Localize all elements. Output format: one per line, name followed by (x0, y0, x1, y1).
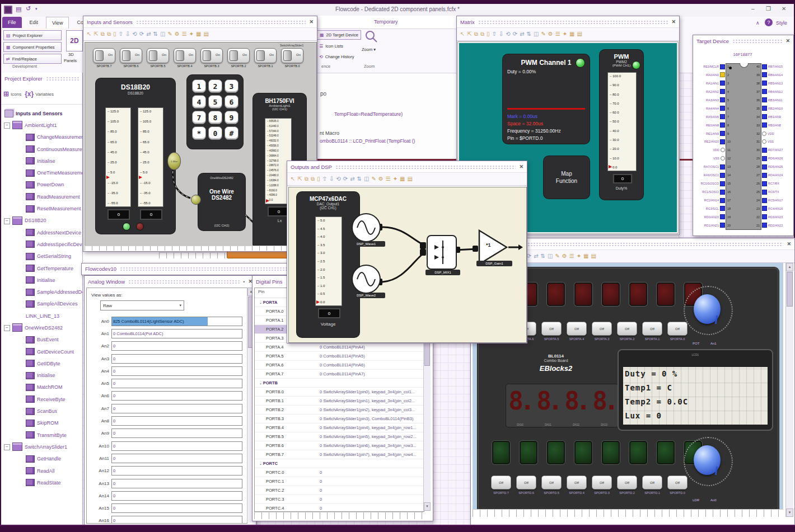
chip-pin[interactable]: RB1/AN934 (752, 115, 791, 119)
chip-pin[interactable]: VSS12 (695, 156, 735, 161)
analog-value-field[interactable]: 0 (111, 341, 242, 351)
toolbar-icon[interactable]: ⧉ (101, 31, 105, 37)
tree-item[interactable]: −OneWireDS2482 (1, 322, 82, 333)
tree-item[interactable]: −OneTimeMeasurement (1, 167, 82, 178)
toolbar-icon[interactable]: ⇧ (492, 31, 497, 37)
style-button[interactable]: Style (776, 20, 787, 26)
matrix-panel-titlebar[interactable]: Matrix ✕ (457, 16, 679, 27)
port-switch[interactable]: OffSPORTD.0 (667, 475, 688, 495)
tree-item[interactable]: −ContinuousMeasurement (1, 143, 82, 155)
toolbar-icon[interactable]: ▤ (577, 31, 582, 37)
digital-pin-row[interactable]: PORTB.30 SwitchArraySlider1(pin3), Combo… (255, 415, 424, 423)
analog-value-field[interactable]: 0 (111, 416, 242, 426)
target-device-titlebar[interactable]: Target Device ✕ (693, 35, 793, 46)
board-hscrollbar[interactable] (473, 509, 783, 517)
ldr-knob[interactable] (684, 437, 733, 486)
port-switch[interactable]: OffSPORTA.4 (567, 322, 587, 341)
tree-item[interactable]: −ScanBus (1, 405, 82, 417)
outputs-panel-titlebar[interactable]: Outputs and DSP ✕ (287, 161, 527, 172)
chip-pin[interactable]: RB4/AN1237 (752, 90, 791, 94)
toolbar-icon[interactable]: ⟳ (139, 31, 144, 37)
chip-pin[interactable]: VDD11 (695, 148, 735, 152)
chip-pin[interactable]: RB7/AN1540 (752, 64, 791, 69)
chip-pin[interactable]: RD2/AN2221 (752, 223, 791, 228)
toolbar-icon[interactable]: ⧉ (480, 31, 484, 37)
view-values-dropdown[interactable]: Raw ▾ (100, 300, 184, 310)
digital-pin-row[interactable]: PORTB.20 SwitchArraySlider1(pin2), keypa… (255, 406, 424, 415)
digital-pin-row[interactable]: PORTC.00 (255, 468, 424, 477)
chip-pin[interactable]: RD6/AN2629 (752, 156, 791, 161)
ribbon-button[interactable]: ⇄Find/Replace (3, 54, 62, 64)
chip-pin[interactable]: RD5/AN2528 (752, 164, 791, 169)
chip-pin[interactable]: RE2/AN1010 (695, 139, 735, 144)
toolbar-icon[interactable]: ◫ (364, 176, 369, 182)
ribbon-button[interactable]: ▤Project Explorer (3, 30, 62, 40)
toolbar-icon[interactable]: ✦ (189, 31, 194, 37)
close-icon[interactable]: ✕ (519, 164, 523, 170)
chip-pin[interactable]: RC3/SCL18 (695, 206, 735, 211)
chip-pin[interactable]: RD3/AN2322 (752, 215, 791, 219)
map-function-block[interactable]: Map Function (544, 156, 590, 199)
pwm-channel-block[interactable]: PWM Channel 1 Duty = 0.00% Mark = 0.00us… (503, 54, 590, 144)
tree-item[interactable]: −TransmitByte (1, 429, 82, 441)
chip-pin[interactable]: RA7/OSC113 (695, 164, 735, 169)
ribbon-tab[interactable]: File (2, 17, 22, 28)
panel-menu-icon[interactable]: ▪ (244, 279, 245, 284)
toolbar-icon[interactable]: ⇄ (520, 31, 524, 37)
toolbar-icon[interactable]: ✎ (541, 31, 545, 37)
tree-item[interactable]: −Inputs and Sensors (1, 107, 82, 119)
inputs-hscrollbar[interactable] (85, 246, 316, 251)
tree-item[interactable]: −ReadMeasurement (1, 191, 82, 203)
close-icon[interactable]: ✕ (785, 38, 790, 44)
scroll-down-icon[interactable]: ▼ (424, 502, 431, 511)
explorer-tool-button[interactable]: ⊞Icons (3, 90, 21, 98)
toolbar-icon[interactable]: ⇧ (322, 176, 327, 182)
tree-expander-icon[interactable]: − (4, 218, 10, 224)
chip-pin[interactable]: RD7/AN2730 (752, 148, 791, 152)
analog-value-field[interactable]: 825 ComboBL0114(LightSensor ADC) (111, 317, 242, 326)
tree-item[interactable]: −AmbientLight1 (1, 119, 82, 131)
port-switch[interactable]: OffSPORTA.2 (617, 322, 637, 341)
inputs-panel-titlebar[interactable]: Inputs and Sensors ✕ (83, 16, 317, 27)
toolbar-icon[interactable]: ⟲ (336, 176, 340, 182)
toolbar-icon[interactable]: ⇩ (125, 31, 130, 37)
port-switch[interactable]: OffSPORTD.6 (516, 475, 536, 495)
toolbar-icon[interactable]: ▤ (408, 176, 413, 182)
toolbar-icon[interactable]: ⚙ (548, 31, 553, 37)
chip-pin[interactable]: RC5/AN1724 (752, 198, 791, 203)
tree-item[interactable]: −MatchROM (1, 382, 82, 393)
switch-button[interactable]: Off (617, 475, 637, 489)
switch-button[interactable]: Off (617, 322, 637, 336)
help-icon[interactable]: ? (765, 18, 773, 26)
tree-item[interactable]: −Initialise (1, 274, 82, 286)
ribbon-toggle[interactable]: ☰Icon Lists (317, 42, 361, 50)
chip-pin[interactable]: RA3/AN35 (695, 98, 735, 102)
toolbar-icon[interactable]: ⚙ (562, 253, 567, 259)
toolbar-icon[interactable]: ▦ (400, 176, 405, 182)
toolbar-icon[interactable]: ⇅ (541, 253, 545, 259)
tree-item[interactable]: −GetIDByte (1, 357, 82, 369)
digital-pin-row[interactable]: PORTB.50 SwitchArraySlider1(pin5), keypa… (255, 432, 424, 441)
close-icon[interactable]: ✕ (787, 241, 791, 247)
toolbar-icon[interactable]: ↖ (291, 176, 295, 182)
chip-pin[interactable]: RE3/MCLR1 (695, 64, 735, 69)
panels-label[interactable]: Panels (64, 58, 77, 63)
chip-pin[interactable]: RA0/AN02 (695, 73, 735, 77)
port-switch[interactable]: OffSPORTD.7 (491, 475, 511, 495)
toolbar-icon[interactable]: ↖ (460, 31, 465, 37)
toolbar-icon[interactable]: ⇱ (93, 31, 98, 37)
switch-button[interactable]: Off (567, 475, 587, 489)
toolbar-icon[interactable]: ⇧ (119, 31, 123, 37)
ribbon-toggle[interactable]: ▦2D Target Device (317, 30, 361, 40)
chip-pin[interactable]: RE1/AN99 (695, 131, 735, 136)
tree-item[interactable]: −ReadAll (1, 465, 82, 477)
tree-expander-icon[interactable]: − (4, 444, 10, 450)
chip-pin[interactable]: RD4/AN2427 (752, 173, 791, 177)
chip-pin[interactable]: RD1/AN2120 (695, 223, 735, 228)
chip-pin[interactable]: RB0/AN833 (752, 123, 791, 128)
dsp-mix-block[interactable] (427, 235, 457, 270)
chip-pin[interactable]: RC6/TX25 (752, 190, 791, 194)
analog-value-field[interactable]: 0 (111, 491, 242, 501)
toolbar-icon[interactable]: ⇱ (297, 176, 302, 182)
tree-expander-icon[interactable]: − (4, 325, 10, 331)
